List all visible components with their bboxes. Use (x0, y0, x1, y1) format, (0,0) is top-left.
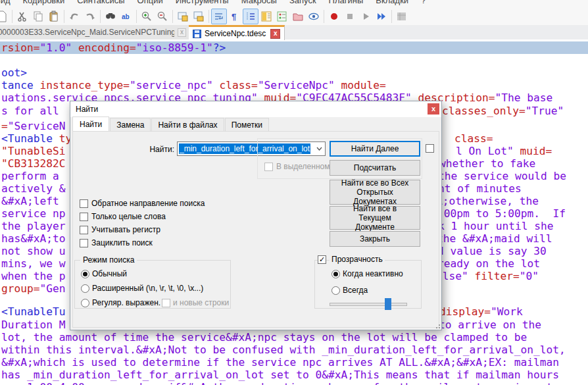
menu-item-вид[interactable]: Вид (0, 0, 12, 7)
toolbar-separator (64, 10, 64, 23)
mode-normal-radio[interactable] (81, 270, 89, 278)
toolbar-separator (391, 10, 392, 23)
toolbar-function-list-button[interactable] (274, 9, 290, 24)
find-next-swap-checkbox[interactable] (426, 144, 434, 153)
menu-item-инструменты[interactable]: Инструменты (174, 0, 231, 7)
toolbar-separator (100, 10, 101, 23)
toolbar-cut-button[interactable] (14, 9, 30, 24)
regex-newlines-label: и новые строки (173, 298, 229, 307)
toolbar-save-macro-button[interactable] (394, 9, 410, 24)
toolbar-indent-guide-button[interactable] (243, 9, 258, 24)
dialog-close-icon[interactable]: x (428, 103, 439, 115)
transparency-label: Прозрачность (330, 255, 385, 264)
transparency-always-radio[interactable] (331, 286, 340, 295)
mode-extended-radio[interactable] (81, 284, 89, 293)
backward-direction-label: Обратное направление поиска (91, 199, 205, 208)
transparency-slider[interactable] (330, 303, 407, 306)
toolbar-word-wrap-button[interactable] (211, 9, 227, 24)
tab-find-in-files[interactable]: Найти в файлах (151, 118, 224, 131)
tab-mark[interactable]: Пометки (225, 118, 269, 131)
menu-item-вкладки[interactable]: Вкладки (374, 0, 410, 7)
tab-servicenpctuning-xml[interactable]: 00000003E33.ServiceNpc_Maid.ServiceNPCTu… (0, 25, 190, 39)
tab-servicenpc-tdesc[interactable]: ServiceNpc.tdesc x (189, 25, 285, 40)
toolbar-copy-button[interactable] (30, 9, 46, 24)
toolbar-separator (136, 10, 137, 23)
zoom-in-icon (141, 11, 153, 22)
in-selection-checkbox[interactable] (264, 163, 273, 171)
menu-item-опции[interactable]: Опции (135, 0, 165, 7)
close-button[interactable]: Закрыть (330, 231, 420, 247)
toolbar-document-map-button[interactable] (258, 9, 274, 24)
transparency-on-inactive-radio[interactable] (331, 270, 340, 278)
code-line: rsion="1.0" encoding="iso-8859-1"?> (0, 41, 588, 54)
resize-grip[interactable] (433, 322, 440, 328)
menu-bar: ВидКодировкиСинтаксисыОпцииИнструментыМа… (0, 0, 588, 7)
sync-scroll-vertical-icon (177, 11, 189, 22)
mode-extended-label: Расширенный (\n, \r, \t, \0, \x...) (92, 284, 203, 293)
backward-direction-checkbox[interactable] (80, 199, 88, 208)
toolbar-replace-button[interactable]: ab (118, 9, 134, 24)
svg-text:ab: ab (122, 13, 130, 20)
wrap-around-label: Зациклить поиск (91, 238, 153, 247)
toolbar-folder-workspace-button[interactable] (290, 9, 306, 24)
find-all-open-docs-button[interactable]: Найти все во Всех Открытых Документах (330, 180, 420, 205)
menu-item-запуск[interactable]: Запуск (287, 0, 318, 7)
menu-item-плагины[interactable]: Плагины (327, 0, 366, 7)
toolbar-show-symbols-button[interactable]: ¶ (227, 9, 243, 24)
toolbar-macro-run-multiple-button[interactable] (374, 9, 389, 24)
toolbar-new-file-button[interactable] (0, 9, 10, 24)
toolbar: ab ¶ (0, 7, 588, 25)
toolbar-zoom-in-button[interactable] (139, 9, 155, 24)
find-dialog-titlebar[interactable]: Найти x (70, 101, 441, 117)
find-dialog[interactable]: Найти x Найти Замена Найти в файлах Поме… (70, 101, 442, 330)
menu-item-?[interactable]: ? (419, 0, 428, 7)
transparency-checkbox[interactable] (318, 255, 326, 264)
regex-newlines-checkbox[interactable] (162, 299, 170, 307)
toolbar-separator (324, 10, 324, 23)
match-case-checkbox[interactable] (80, 226, 88, 234)
toolbar-sync-horizontal-button[interactable] (191, 9, 207, 24)
transparency-slider-handle[interactable] (385, 298, 391, 310)
eye-icon (308, 11, 320, 22)
toolbar-zoom-out-button[interactable] (155, 9, 170, 24)
zoom-out-icon (157, 11, 168, 22)
mode-regex-radio[interactable] (81, 299, 89, 307)
toolbar-macro-stop-button[interactable] (342, 9, 358, 24)
macro-save-icon (396, 11, 408, 22)
menu-item-синтаксисы[interactable]: Синтаксисы (75, 0, 126, 7)
tab-close-icon[interactable]: x (270, 29, 280, 39)
find-all-current-doc-button[interactable]: Найти все в Текущем Документе (330, 206, 420, 230)
replace-icon: ab (120, 11, 132, 22)
tab-replace[interactable]: Замена (110, 118, 151, 131)
find-next-button[interactable]: Найти Далее (330, 141, 420, 157)
wrap-around-checkbox[interactable] (80, 239, 88, 247)
toolbar-separator (172, 10, 173, 23)
pilcrow-icon: ¶ (229, 11, 241, 22)
record-icon (328, 11, 340, 22)
word-wrap-icon (213, 11, 225, 22)
toolbar-macro-record-button[interactable] (326, 9, 342, 24)
menu-item-кодировки[interactable]: Кодировки (21, 0, 67, 7)
fast-forward-icon (376, 11, 387, 22)
whole-word-checkbox[interactable] (80, 213, 88, 221)
tab-close-icon[interactable]: x (178, 28, 186, 37)
transparency-group (314, 260, 422, 309)
toolbar-undo-button[interactable] (66, 9, 82, 24)
document-tab-bar: 00000003E33.ServiceNpc_Maid.ServiceNPCTu… (0, 25, 588, 40)
toolbar-redo-button[interactable] (82, 9, 98, 24)
undo-icon (68, 11, 80, 22)
toolbar-macro-play-button[interactable] (358, 9, 374, 24)
svg-text:¶: ¶ (232, 12, 236, 22)
document-map-icon (260, 11, 272, 22)
in-selection-label: В выделенном (276, 162, 330, 171)
menu-item-макросы[interactable]: Макросы (239, 0, 279, 7)
count-button[interactable]: Подсчитать (330, 160, 420, 176)
toolbar-sync-vertical-button[interactable] (175, 9, 191, 24)
toolbar-find-button[interactable] (103, 9, 118, 24)
toolbar-paste-button[interactable] (46, 9, 62, 24)
folder-workspace-icon (292, 11, 304, 22)
indent-guide-icon (245, 11, 257, 22)
toolbar-monitor-button[interactable] (306, 9, 322, 24)
notepad-plus-plus-window: ВидКодировкиСинтаксисыОпцииИнструментыМа… (0, 0, 588, 385)
tab-find[interactable]: Найти (72, 116, 109, 131)
